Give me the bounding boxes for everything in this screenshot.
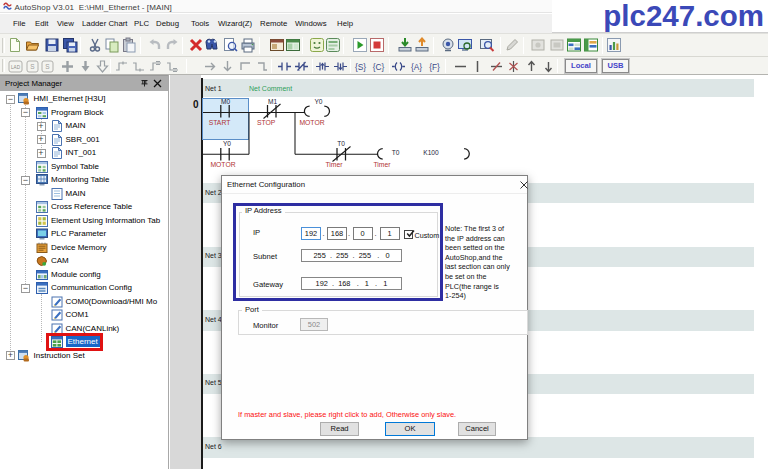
svg-text:{C}: {C} <box>373 61 385 71</box>
svg-text:{A}: {A} <box>411 61 422 71</box>
svg-text:{F}: {F} <box>429 61 440 71</box>
svg-text:S: S <box>30 63 35 70</box>
svg-text:{S}: {S} <box>355 61 366 71</box>
svg-text:S: S <box>45 63 50 70</box>
svg-text:LAD: LAD <box>11 64 21 69</box>
